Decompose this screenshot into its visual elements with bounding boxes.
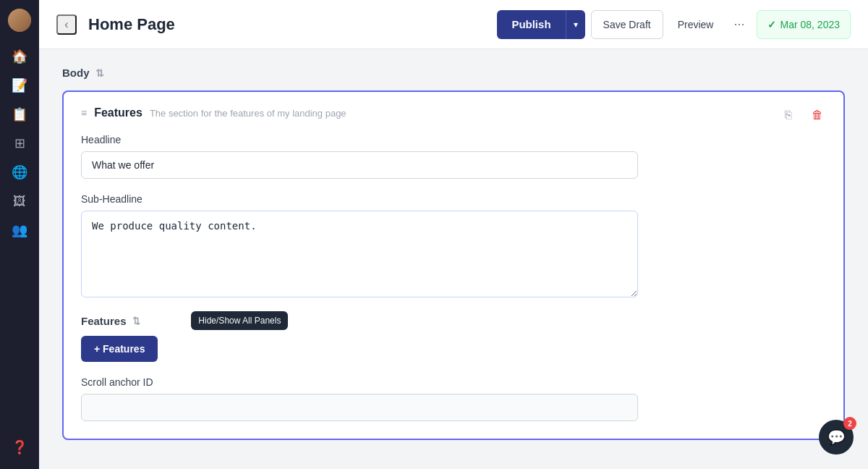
- publish-group: Publish ▾: [497, 10, 584, 39]
- copy-section-button[interactable]: ⎘: [777, 103, 800, 127]
- avatar[interactable]: [8, 9, 31, 32]
- add-features-button[interactable]: + Features: [81, 336, 158, 362]
- check-icon: ✓: [767, 19, 776, 30]
- topbar-actions: Publish ▾ Save Draft Preview ··· ✓ Mar 0…: [497, 10, 851, 39]
- chat-badge: 2: [843, 417, 856, 430]
- copy-icon: ⎘: [785, 109, 792, 122]
- features-card: ≡ Features The section for the features …: [62, 90, 845, 440]
- sidebar-item-globe[interactable]: 🌐: [7, 159, 33, 185]
- sidebar-item-home[interactable]: 🏠: [7, 43, 33, 69]
- sidebar-item-help[interactable]: ❓: [7, 434, 33, 460]
- date-badge: ✓ Mar 08, 2023: [757, 10, 851, 39]
- date-text: Mar 08, 2023: [780, 19, 841, 30]
- features-card-header: ≡ Features The section for the features …: [81, 106, 826, 119]
- card-actions: ⎘ 🗑: [777, 103, 829, 127]
- sidebar: 🏠 📝 📋 ⊞ 🌐 🖼 👥 ❓: [0, 0, 39, 469]
- content-area: Body ⇅ ≡ Features The section for the fe…: [39, 49, 868, 469]
- drag-handle-icon[interactable]: ≡: [81, 107, 87, 119]
- headline-field-group: Headline: [81, 134, 826, 179]
- features-sub-section: Features ⇅ + Features Hide/Show All Pane…: [81, 315, 826, 362]
- sidebar-item-gallery[interactable]: 🖼: [7, 188, 33, 214]
- main-area: ‹ Home Page Publish ▾ Save Draft Preview…: [39, 0, 868, 469]
- scroll-anchor-label: Scroll anchor ID: [81, 376, 826, 388]
- back-button[interactable]: ‹: [56, 14, 77, 35]
- scroll-anchor-input[interactable]: [81, 394, 638, 421]
- features-sub-sort-icon: ⇅: [132, 316, 140, 326]
- preview-button[interactable]: Preview: [669, 10, 723, 39]
- features-section-description: The section for the features of my landi…: [150, 108, 346, 119]
- publish-button[interactable]: Publish: [497, 10, 565, 39]
- sidebar-item-notes[interactable]: 📋: [7, 101, 33, 127]
- subheadline-textarea[interactable]: [81, 211, 638, 297]
- sidebar-item-users[interactable]: 👥: [7, 217, 33, 243]
- body-label-text: Body: [62, 67, 90, 79]
- features-sub-label: Features: [81, 315, 127, 327]
- topbar: ‹ Home Page Publish ▾ Save Draft Preview…: [39, 0, 868, 49]
- body-section-label: Body ⇅: [62, 67, 845, 79]
- headline-input[interactable]: [81, 151, 638, 179]
- publish-dropdown-button[interactable]: ▾: [566, 10, 585, 39]
- body-sort-icon[interactable]: ⇅: [95, 67, 104, 79]
- save-draft-button[interactable]: Save Draft: [591, 10, 663, 39]
- features-section-title: Features: [94, 106, 142, 119]
- subheadline-label: Sub-Headline: [81, 193, 826, 205]
- sidebar-item-grid[interactable]: ⊞: [7, 130, 33, 156]
- headline-label: Headline: [81, 134, 826, 145]
- subheadline-field-group: Sub-Headline: [81, 193, 826, 300]
- more-options-button[interactable]: ···: [728, 10, 750, 39]
- delete-icon: 🗑: [812, 109, 823, 122]
- chat-icon: 💬: [827, 428, 846, 446]
- hide-show-tooltip: Hide/Show All Panels: [191, 311, 288, 330]
- scroll-anchor-section: Scroll anchor ID: [81, 376, 826, 421]
- delete-section-button[interactable]: 🗑: [806, 103, 829, 127]
- chat-bubble[interactable]: 💬 2: [819, 420, 854, 455]
- page-title: Home Page: [88, 15, 485, 34]
- sidebar-item-blog[interactable]: 📝: [7, 72, 33, 98]
